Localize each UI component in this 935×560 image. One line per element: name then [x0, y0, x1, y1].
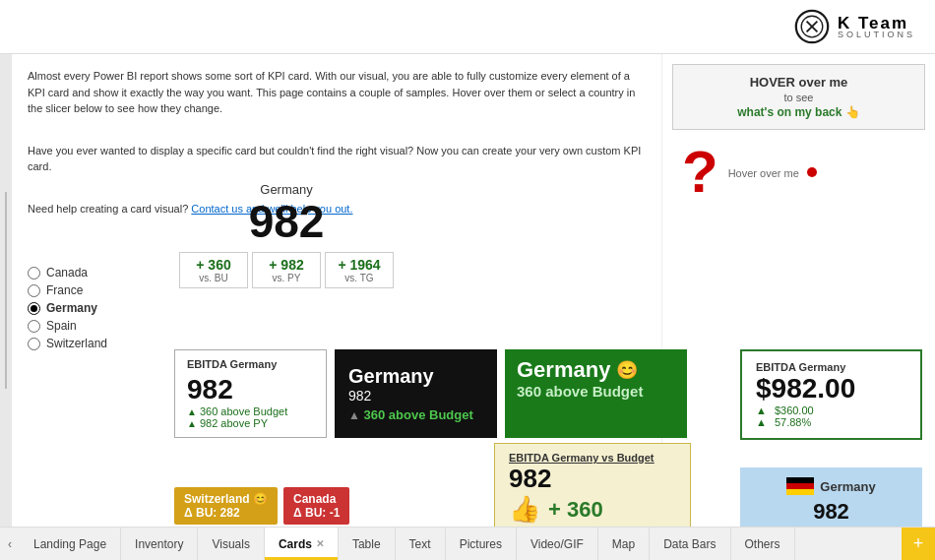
card-switzerland[interactable]: Switzerland 😊 Δ BU: 282: [174, 487, 278, 525]
radio-spain[interactable]: Spain: [28, 319, 107, 333]
tab-map[interactable]: Map: [598, 528, 650, 560]
switzerland-label: Switzerland 😊: [184, 492, 268, 506]
tab-databars[interactable]: Data Bars: [650, 528, 730, 560]
ebitda-right-title: EBITDA Germany: [756, 361, 906, 373]
card2-value: 982: [348, 388, 483, 404]
radio-canada[interactable]: Canada: [28, 266, 107, 280]
tab-others[interactable]: Others: [731, 528, 795, 560]
ebitda-right-sub: ▲ $360.00: [756, 404, 906, 416]
tab-landing-page[interactable]: Landing Page: [20, 528, 121, 560]
tab-cards-close[interactable]: ✕: [316, 538, 324, 549]
tab-text[interactable]: Text: [396, 528, 446, 560]
switzerland-sub: Δ BU: 282: [184, 506, 268, 520]
budget-title: EBITDA Germany vs Budget: [509, 452, 676, 464]
budget-card-center[interactable]: EBITDA Germany vs Budget 982 👍 + 360: [494, 443, 691, 533]
flag-value: 982: [813, 499, 849, 525]
radio-circle-germany[interactable]: [28, 302, 40, 315]
ebitda-card-right[interactable]: EBITDA Germany $982.00 ▲ $360.00 ▲ 57.88…: [740, 349, 922, 440]
hover-link: what's on my back 👆: [683, 105, 914, 119]
ebitda-sub2: 57.88%: [775, 416, 811, 428]
tab-videogif[interactable]: Video/GIF: [517, 528, 598, 560]
hover-label-container: Hover over me: [728, 163, 818, 181]
svg-rect-4: [786, 489, 814, 495]
radio-circle-canada[interactable]: [28, 267, 40, 280]
card-ebitda-white[interactable]: EBITDA Germany 982 ▲ 360 above Budget ▲ …: [174, 349, 327, 438]
hover-box[interactable]: HOVER over me to see what's on my back 👆: [672, 64, 925, 130]
tab-cards[interactable]: Cards ✕: [265, 528, 339, 560]
kpi-badge-tg: + 1964 vs. TG: [325, 252, 394, 288]
card1-stat1: ▲ 360 above Budget: [187, 405, 314, 417]
radio-france[interactable]: France: [28, 283, 107, 297]
question-mark: ?: [682, 143, 718, 202]
canada-sub: Δ BU: -1: [293, 506, 340, 520]
cards-row1: EBITDA Germany 982 ▲ 360 above Budget ▲ …: [174, 349, 687, 438]
ebitda-sub1: $360.00: [775, 404, 814, 416]
kpi-main-value: 982: [179, 199, 394, 244]
ebitda-right-sub2: ▲ 57.88%: [756, 416, 906, 428]
tab-arrow-left[interactable]: ‹: [0, 528, 20, 560]
hover-label: Hover over me: [728, 167, 799, 179]
question-card[interactable]: ? Hover over me: [672, 138, 925, 207]
right-panel: HOVER over me to see what's on my back 👆…: [661, 54, 935, 527]
card-canada[interactable]: Canada Δ BU: -1: [283, 487, 349, 525]
hover-sub: to see: [683, 92, 914, 103]
card1-title: EBITDA Germany: [187, 358, 314, 370]
flag-country: Germany: [820, 479, 875, 494]
card2-title: Germany: [348, 365, 483, 388]
header: K Team SOLUTIONS: [0, 0, 935, 54]
tab-table[interactable]: Table: [339, 528, 396, 560]
budget-thumb: 👍: [509, 494, 540, 525]
kpi-badge-bu: + 360 vs. BU: [179, 252, 248, 288]
card-germany-black[interactable]: Germany 982 ▲ 360 above Budget: [335, 349, 497, 438]
card-germany-green[interactable]: Germany 😊 360 above Budget: [505, 349, 687, 438]
logo-area: K Team SOLUTIONS: [794, 9, 915, 44]
budget-plus: + 360: [548, 497, 603, 523]
radio-circle-spain[interactable]: [28, 320, 40, 333]
budget-value: 982: [509, 464, 676, 494]
country-filter: Canada France Germany Spain Switzerland: [28, 266, 107, 354]
intro-para1: Almost every Power BI report shows some …: [28, 68, 646, 117]
radio-circle-france[interactable]: [28, 284, 40, 297]
ebitda-right-value: $982.00: [756, 373, 906, 404]
budget-plus-row: 👍 + 360: [509, 494, 676, 525]
intro-para2: Have you ever wanted to display a specif…: [28, 143, 646, 175]
radio-switzerland[interactable]: Switzerland: [28, 337, 107, 350]
card3-emoji: 😊: [616, 359, 638, 381]
card2-stat: ▲ 360 above Budget: [348, 407, 483, 422]
left-strip: [0, 54, 12, 527]
bottom-cards: Switzerland 😊 Δ BU: 282 Canada Δ BU: -1: [174, 487, 349, 525]
card3-stat: 360 above Budget: [517, 383, 675, 400]
tab-visuals[interactable]: Visuals: [198, 528, 264, 560]
center-kpi: Germany 982 + 360 vs. BU + 982 vs. PY + …: [179, 182, 394, 288]
tab-inventory[interactable]: Inventory: [121, 528, 198, 560]
kpi-badge-py: + 982 vs. PY: [252, 252, 321, 288]
brand-text: K Team SOLUTIONS: [838, 14, 915, 39]
radio-germany[interactable]: Germany: [28, 301, 107, 315]
hover-title: HOVER over me: [683, 75, 914, 90]
card1-value: 982: [187, 374, 314, 405]
radio-circle-switzerland[interactable]: [28, 338, 40, 350]
svg-rect-2: [786, 477, 814, 483]
tab-add-button[interactable]: +: [902, 528, 935, 560]
canada-label: Canada: [293, 492, 340, 506]
tab-pictures[interactable]: Pictures: [446, 528, 517, 560]
svg-rect-3: [786, 483, 814, 489]
card1-stat2: ▲ 982 above PY: [187, 417, 314, 429]
logo-icon: [794, 9, 830, 44]
kpi-country: Germany: [179, 182, 394, 197]
left-panel: Almost every Power BI report shows some …: [12, 54, 661, 527]
kpi-badges: + 360 vs. BU + 982 vs. PY + 1964 vs. TG: [179, 252, 394, 288]
german-flag-icon: [786, 477, 814, 495]
bottom-tabs: ‹ Landing Page Inventory Visuals Cards ✕…: [0, 527, 935, 560]
card3-title: Germany: [517, 357, 610, 383]
strip-line: [5, 192, 7, 389]
main-content: Almost every Power BI report shows some …: [12, 54, 935, 527]
hover-dot: [807, 167, 817, 177]
